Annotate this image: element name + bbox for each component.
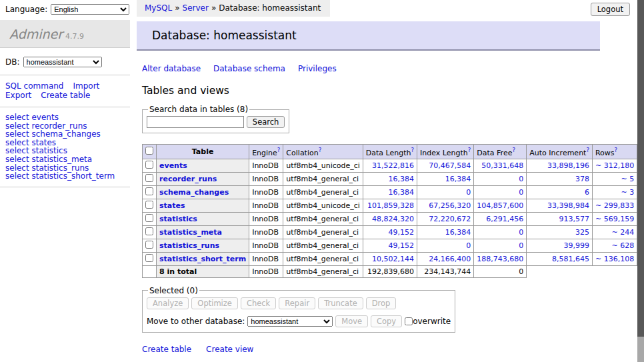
data-length-link[interactable]: 31,522,816 [372,161,414,170]
import-link[interactable]: Import [73,81,99,91]
move-row: Move to other database:homeassistantMove… [147,315,451,327]
index-length-link[interactable]: 72,220,672 [429,215,471,223]
create-table-link[interactable]: Create table [41,91,90,100]
rows-help-link[interactable]: ? [615,147,618,153]
data-free-link[interactable]: 50,331,648 [481,161,523,170]
rows-count-link[interactable]: ~ 299,833 [595,201,634,210]
auto-increment-link[interactable]: 913,577 [559,215,589,223]
scrollbar-thumb[interactable] [637,0,644,337]
data-free-link[interactable]: 188,743,680 [477,255,523,263]
create-table-link-bottom[interactable]: Create table [142,345,191,354]
index-length-link[interactable]: 16,384 [445,175,471,183]
drop-button[interactable]: Drop [366,297,397,309]
table-link[interactable]: statistics_meta [159,228,222,237]
rows-count-link[interactable]: ~ 3 [621,188,634,197]
database-schema-link[interactable]: Database schema [213,64,285,73]
data-free-help-link[interactable]: ? [512,147,515,153]
row-checkbox[interactable] [145,241,153,249]
search-button[interactable]: Search [247,116,285,128]
alter-database-link[interactable]: Alter database [142,64,201,73]
move-button[interactable]: Move [335,315,368,327]
breadcrumb-mysql-link[interactable]: MySQL [145,3,172,13]
rows-count-link[interactable]: ~ 244 [611,228,634,237]
data-length-link[interactable]: 48,824,320 [372,215,414,223]
data-length-help-link[interactable]: ? [411,147,415,153]
check-button[interactable]: Check [241,297,276,309]
create-view-link[interactable]: Create view [206,345,253,354]
table-link[interactable]: statistics_short_term [159,255,246,263]
data-free-link[interactable]: 0 [519,188,523,197]
rows-count-link[interactable]: ~ 569,159 [595,215,634,223]
sidebar-item-select-statistics-meta[interactable]: select statistics_meta [5,155,130,164]
engine-help-link[interactable]: ? [277,147,281,153]
rows-count-link[interactable]: ~ 312,180 [595,161,634,170]
auto-increment-link[interactable]: 325 [575,228,589,237]
logout-button[interactable]: Logout [591,3,630,16]
auto-increment-help-link[interactable]: ? [586,147,589,153]
table-link[interactable]: states [159,201,185,210]
overwrite-checkbox[interactable] [405,317,413,325]
row-checkbox[interactable] [145,254,153,262]
auto-increment-link[interactable]: 8,581,645 [552,255,589,263]
table-link[interactable]: statistics_runs [159,241,219,250]
data-length-link[interactable]: 49,152 [389,228,415,237]
move-db-select[interactable]: homeassistant [247,316,333,327]
analyze-button[interactable]: Analyze [147,297,189,309]
breadcrumb-server-link[interactable]: Server [183,3,209,13]
data-length-link[interactable]: 16,384 [389,175,415,183]
row-checkbox[interactable] [145,201,153,209]
sidebar-item-select-statistics-short-term[interactable]: select statistics_short_term [5,172,130,181]
auto-increment-link[interactable]: 39,999 [563,241,589,250]
optimize-button[interactable]: Optimize [191,297,238,309]
language-select[interactable]: English [51,4,129,15]
table-link[interactable]: events [159,161,187,170]
privileges-link[interactable]: Privileges [298,64,337,73]
index-length-link[interactable]: 70,467,584 [429,161,471,170]
data-length-link[interactable]: 10,502,144 [372,255,414,263]
index-length-link[interactable]: 0 [466,188,471,197]
footer-engine: InnoDB [249,265,283,277]
rows-cell: ~ 628 [592,239,637,252]
auto-increment-link[interactable]: 33,898,196 [547,161,589,170]
auto-increment-link[interactable]: 378 [575,175,589,183]
index-length-help-link[interactable]: ? [468,147,471,153]
collation-help-link[interactable]: ? [319,147,322,153]
row-checkbox[interactable] [145,214,153,222]
scrollbar[interactable] [637,0,644,362]
rows-count-link[interactable]: ~ 5 [621,175,634,183]
table-link[interactable]: recorder_runs [159,175,217,183]
sidebar-item-select-events[interactable]: select events [5,113,130,122]
repair-button[interactable]: Repair [279,297,315,309]
data-length-link[interactable]: 49,152 [389,241,415,250]
data-length-link[interactable]: 101,859,328 [367,201,414,210]
index-length-link[interactable]: 24,166,400 [429,255,471,263]
sql-command-link[interactable]: SQL command [5,81,63,91]
rows-count-link[interactable]: ~ 628 [611,241,634,250]
rows-count-link[interactable]: ~ 136,108 [595,255,634,263]
index-length-link[interactable]: 16,384 [445,228,471,237]
row-checkbox[interactable] [145,227,153,235]
export-link[interactable]: Export [5,91,31,100]
truncate-button[interactable]: Truncate [318,297,363,309]
data-free-link[interactable]: 6,291,456 [486,215,523,223]
select-all-checkbox[interactable] [145,147,153,155]
index-length-link[interactable]: 67,256,320 [429,201,471,210]
data-free-link[interactable]: 0 [519,175,523,183]
auto-increment-link[interactable]: 6 [585,188,589,197]
table-link[interactable]: schema_changes [159,188,229,197]
row-checkbox[interactable] [145,161,153,169]
data-length-link[interactable]: 16,384 [389,188,415,197]
db-select[interactable]: homeassistant [23,57,102,67]
table-link[interactable]: statistics [159,215,197,223]
auto-increment-link[interactable]: 33,398,984 [547,201,589,210]
data-free-link[interactable]: 104,857,600 [477,201,523,210]
sidebar-item-select-schema-changes[interactable]: select schema_changes [5,130,130,139]
index-length-cell: 0 [417,185,474,199]
search-input[interactable] [147,116,244,128]
index-length-link[interactable]: 0 [466,241,471,250]
data-free-link[interactable]: 0 [519,228,523,237]
row-checkbox[interactable] [145,174,153,182]
row-checkbox[interactable] [145,187,153,195]
data-free-link[interactable]: 0 [519,241,523,250]
copy-button[interactable]: Copy [371,315,402,327]
